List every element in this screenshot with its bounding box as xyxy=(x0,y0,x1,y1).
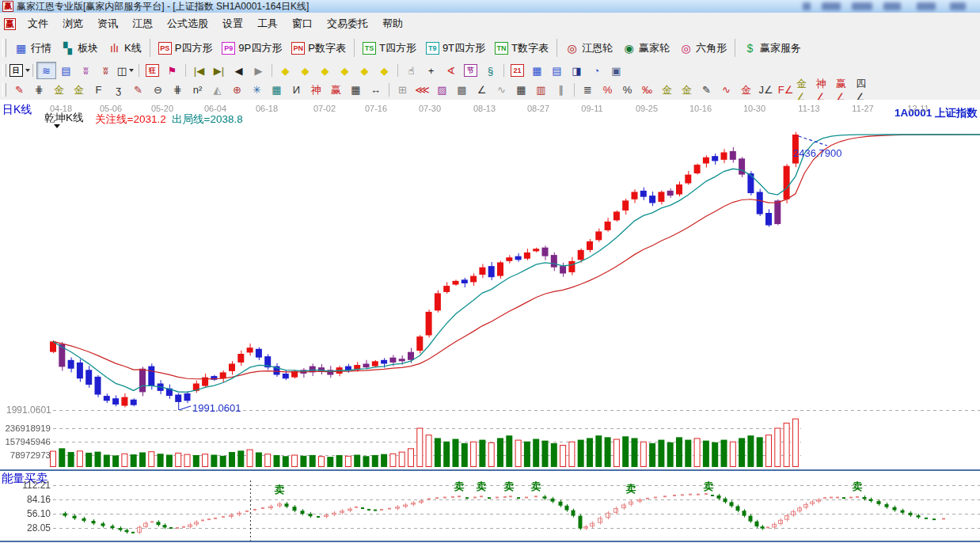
trend-angle-tool-button[interactable]: ∠ xyxy=(472,82,492,99)
brush-tool-button[interactable]: ✎ xyxy=(9,82,29,99)
gold-circle-tool-button[interactable]: 金 xyxy=(657,82,677,99)
kuang-stamp-button[interactable]: 狂 xyxy=(142,62,162,79)
9t-square-button[interactable]: T99T四方形 xyxy=(421,39,490,58)
chart-canvas[interactable] xyxy=(0,100,980,543)
bars-3-button[interactable]: ʬ xyxy=(76,62,96,79)
workstation-button[interactable]: ▣ xyxy=(606,62,626,79)
ruler-123-tool-button[interactable]: ▦ xyxy=(346,82,366,99)
shen-ruler-tool-button[interactable]: 神 xyxy=(306,82,326,99)
gann-circle-tool-button[interactable]: ⊕ xyxy=(227,82,247,99)
9p-square-button[interactable]: P99P四方形 xyxy=(217,39,287,58)
menu-item-help[interactable]: 帮助 xyxy=(375,13,410,34)
gold-lines-tool-button[interactable]: 金 xyxy=(677,82,697,99)
info-board-button[interactable]: ▤ xyxy=(56,62,76,79)
chart-pattern-button[interactable]: ≋ xyxy=(36,62,56,79)
spiral-ruler-tool-button[interactable]: ʒ xyxy=(108,82,128,99)
bars-9-button[interactable]: ʬ xyxy=(96,62,116,79)
menu-item-tools[interactable]: 工具 xyxy=(250,13,285,34)
calculator-button[interactable]: ▦ xyxy=(527,62,547,79)
scale-ruler-tool-button[interactable]: ⋕ xyxy=(168,82,188,99)
first-page-button[interactable]: |◀ xyxy=(189,62,209,79)
star-circle-tool-button[interactable]: ✳ xyxy=(247,82,267,99)
span-arrow-tool-button[interactable]: ↔ xyxy=(366,82,386,99)
j-angle-tool-button[interactable]: J∠ xyxy=(756,82,776,99)
menu-item-browse[interactable]: 浏览 xyxy=(55,13,90,34)
app-titlebar[interactable]: 赢 赢家江恩专业版[赢家内部服务平台] - [上证指数 SH1A0001-164… xyxy=(0,0,980,13)
chevron-down-icon[interactable] xyxy=(54,124,60,128)
gann-wheel-button[interactable]: ◎江恩轮 xyxy=(560,39,617,58)
sectors-button[interactable]: ▚板块 xyxy=(56,39,103,58)
jie-tool-button[interactable]: 节 xyxy=(461,62,481,79)
silk-tool-button[interactable]: § xyxy=(481,62,500,79)
f-angle-tool-button[interactable]: F∠ xyxy=(776,82,796,99)
diamond-star-button[interactable]: ◆ xyxy=(355,62,374,79)
hexagon-button[interactable]: ◎六角形 xyxy=(674,39,731,58)
square-of-nine-tool-button[interactable]: n² xyxy=(188,82,207,99)
calendar-21-button[interactable]: 21 xyxy=(507,62,527,79)
cycle-ruler-tool-button[interactable]: ⊖ xyxy=(148,82,168,99)
menu-item-window[interactable]: 窗口 xyxy=(285,13,320,34)
parallel-lines-tool-button[interactable]: ∥ xyxy=(551,82,571,99)
menu-item-formula-stock-pick[interactable]: 公式选股 xyxy=(160,13,215,34)
menu-item-gann[interactable]: 江恩 xyxy=(125,13,160,34)
diamond-expand-button[interactable]: ◆ xyxy=(374,62,394,79)
t-number-table-button[interactable]: TNT数字表 xyxy=(490,39,553,58)
grid-fan-tool-button[interactable]: ▩ xyxy=(452,82,472,99)
color-flag-button[interactable]: ⚑ xyxy=(162,62,182,79)
crosshair-button[interactable]: + xyxy=(421,62,441,79)
gold-angle-tool-button[interactable]: 金∠ xyxy=(796,82,815,99)
toolbar-handle[interactable] xyxy=(2,83,6,97)
toolbar-handle[interactable] xyxy=(2,64,6,78)
period-daily-button[interactable]: 日 xyxy=(9,62,29,79)
box-fan-tool-button[interactable]: ▨ xyxy=(432,82,452,99)
toolbar-handle[interactable] xyxy=(2,39,6,57)
diamond-compress-button[interactable]: ◆ xyxy=(335,62,355,79)
last-page-button[interactable]: ▶| xyxy=(209,62,229,79)
child-window-icon[interactable]: 赢 xyxy=(4,18,16,30)
i-wave-tool-button[interactable]: И xyxy=(287,82,306,99)
gold-ruler-tool-button[interactable]: 金 xyxy=(49,82,69,99)
diamond-horizontal-button[interactable]: ◆ xyxy=(315,62,335,79)
win-angle-tool-button[interactable]: 赢∠ xyxy=(835,82,855,99)
seven-percent-tool-button[interactable]: % xyxy=(598,82,617,99)
prev-page-button[interactable]: ◀ xyxy=(229,62,249,79)
pen-angle-tool-button[interactable]: ✎ xyxy=(697,82,716,99)
winner-wheel-button[interactable]: ◉赢家轮 xyxy=(617,39,674,58)
candle-style-button[interactable]: ◫ xyxy=(116,62,135,79)
quotes-button[interactable]: ▦行情 xyxy=(9,39,56,58)
mirror-angle-tool-button[interactable]: ◭ xyxy=(207,82,227,99)
shen-angle-tool-button[interactable]: 神∠ xyxy=(815,82,835,99)
wave-line-tool-button[interactable]: ∿ xyxy=(492,82,511,99)
menu-item-file[interactable]: 文件 xyxy=(21,13,55,34)
p-square-button[interactable]: PSP四方形 xyxy=(154,39,218,58)
hand-drag-button[interactable]: ☝ xyxy=(401,62,421,79)
angle-measure-button[interactable]: ∢ xyxy=(441,62,461,79)
clock-chart-button[interactable]: ◔ xyxy=(587,62,606,79)
permille-tool-button[interactable]: ‰ xyxy=(637,82,657,99)
next-page-button[interactable]: ▶ xyxy=(249,62,268,79)
percent-tool-button[interactable]: % xyxy=(617,82,637,99)
gold-ruler2-tool-button[interactable]: 金 xyxy=(69,82,89,99)
menu-item-news[interactable]: 资讯 xyxy=(90,13,125,34)
diamond-left-button[interactable]: ◆ xyxy=(275,62,295,79)
ruler-tool-button[interactable]: ⋕ xyxy=(29,82,49,99)
gold-red-tool-button[interactable]: 金 xyxy=(736,82,756,99)
t-square-button[interactable]: TST四方形 xyxy=(358,39,421,58)
frame-tool-button[interactable]: ⊞ xyxy=(393,82,412,99)
grid-box-tool-button[interactable]: ▦ xyxy=(267,82,287,99)
bars-ratio-tool-button[interactable]: ≣ xyxy=(578,82,598,99)
save-disk-button[interactable]: ◨ xyxy=(567,62,587,79)
double-wave-tool-button[interactable]: ∿ xyxy=(716,82,736,99)
fan-lines-tool-button[interactable]: ⋘ xyxy=(412,82,432,99)
menu-item-trade-order[interactable]: 交易委托 xyxy=(320,13,375,34)
kline-button[interactable]: ılıK线 xyxy=(103,39,146,58)
notes-button[interactable]: ▤ xyxy=(547,62,567,79)
win-ruler-tool-button[interactable]: 赢 xyxy=(326,82,346,99)
pen-ruler-tool-button[interactable]: ✎ xyxy=(128,82,148,99)
four-angle-tool-button[interactable]: 四∠ xyxy=(855,82,875,99)
menu-item-settings[interactable]: 设置 xyxy=(215,13,250,34)
diamond-right-button[interactable]: ◆ xyxy=(295,62,315,79)
grid-b-tool-button[interactable]: ▥ xyxy=(531,82,551,99)
p-number-table-button[interactable]: PNP数字表 xyxy=(287,39,351,58)
grid-a-tool-button[interactable]: ▦ xyxy=(511,82,531,99)
